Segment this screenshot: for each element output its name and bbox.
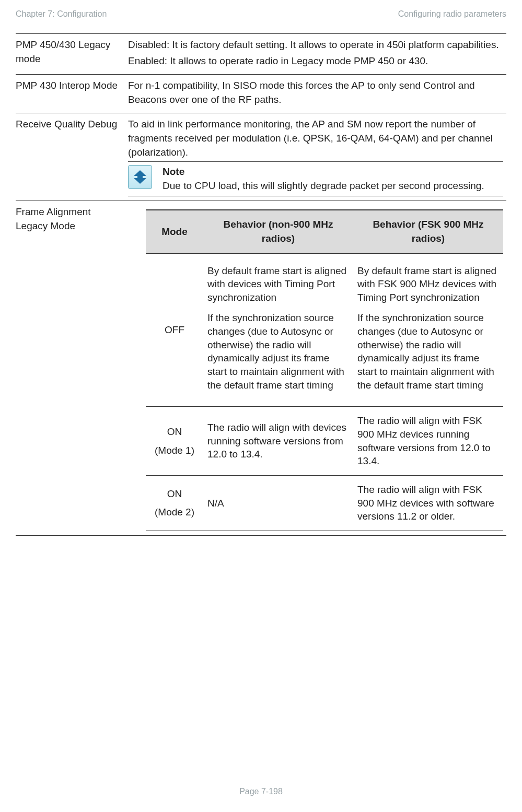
header-left: Chapter 7: Configuration bbox=[16, 9, 107, 19]
table-row: Receive Quality Debug To aid in link per… bbox=[16, 113, 506, 201]
col-header-non900: Behavior (non-900 MHz radios) bbox=[203, 210, 353, 253]
svg-marker-0 bbox=[134, 170, 146, 184]
paragraph: If the synchronization source changes (d… bbox=[207, 311, 349, 392]
behavior-cell: By default frame start is aligned with d… bbox=[203, 253, 353, 407]
behavior-cell: The radio will align with FSK 900 MHz de… bbox=[353, 407, 503, 476]
note-icon bbox=[128, 165, 152, 189]
paragraph: Enabled: It allows to operate radio in L… bbox=[128, 54, 503, 68]
table-row: PMP 430 Interop Mode For n-1 compatibili… bbox=[16, 75, 506, 113]
attr-name: Receive Quality Debug bbox=[16, 113, 128, 201]
attribute-table: PMP 450/430 Legacy mode Disabled: It is … bbox=[16, 33, 506, 535]
mode-label: ON bbox=[150, 425, 199, 439]
attr-desc: Disabled: It is factory default setting.… bbox=[128, 34, 506, 75]
mode-label: ON bbox=[150, 487, 199, 501]
col-header-fsk900: Behavior (FSK 900 MHz radios) bbox=[353, 210, 503, 253]
mode-behavior-table: Mode Behavior (non-900 MHz radios) Behav… bbox=[146, 209, 503, 531]
behavior-cell: The radio will align with FSK 900 MHz de… bbox=[353, 475, 503, 531]
table-row: Frame Alignment Legacy Mode Mode Behavio… bbox=[16, 201, 506, 535]
mode-cell: ON (Mode 1) bbox=[146, 407, 203, 476]
behavior-cell: N/A bbox=[203, 475, 353, 531]
table-row: PMP 450/430 Legacy mode Disabled: It is … bbox=[16, 34, 506, 75]
col-header-mode: Mode bbox=[146, 210, 203, 253]
mode-sublabel: (Mode 2) bbox=[150, 505, 199, 519]
mode-cell: ON (Mode 2) bbox=[146, 475, 203, 531]
table-row: ON (Mode 2) N/A The radio will align wit… bbox=[146, 475, 503, 531]
attr-desc: To aid in link performance monitoring, t… bbox=[128, 113, 506, 201]
page-footer: Page 7-198 bbox=[0, 787, 522, 796]
behavior-cell: The radio will align with devices runnin… bbox=[203, 407, 353, 476]
paragraph: Disabled: It is factory default setting.… bbox=[128, 38, 503, 52]
note-text: Due to CPU load, this will slightly degr… bbox=[163, 179, 503, 193]
page-header: Chapter 7: Configuration Configuring rad… bbox=[16, 9, 506, 19]
attr-name: Frame Alignment Legacy Mode bbox=[16, 201, 128, 535]
note-callout: Note Due to CPU load, this will slightly… bbox=[128, 161, 503, 196]
paragraph: By default frame start is aligned with d… bbox=[207, 264, 349, 304]
attr-desc: Mode Behavior (non-900 MHz radios) Behav… bbox=[128, 201, 506, 535]
note-body: Note Due to CPU load, this will slightly… bbox=[163, 165, 503, 193]
paragraph: To aid in link performance monitoring, t… bbox=[128, 117, 503, 159]
paragraph: If the synchronization source changes (d… bbox=[357, 311, 499, 392]
mode-cell: OFF bbox=[146, 253, 203, 407]
paragraph: For n-1 compatibility, In SISO mode this… bbox=[128, 79, 503, 107]
attr-name: PMP 450/430 Legacy mode bbox=[16, 34, 128, 75]
paragraph: By default frame start is aligned with F… bbox=[357, 264, 499, 304]
attr-name: PMP 430 Interop Mode bbox=[16, 75, 128, 113]
attr-desc: For n-1 compatibility, In SISO mode this… bbox=[128, 75, 506, 113]
header-right: Configuring radio parameters bbox=[398, 9, 506, 19]
table-row: OFF By default frame start is aligned wi… bbox=[146, 253, 503, 407]
note-title: Note bbox=[163, 165, 503, 179]
table-row: ON (Mode 1) The radio will align with de… bbox=[146, 407, 503, 476]
horizontal-rule bbox=[16, 535, 506, 536]
mode-sublabel: (Mode 1) bbox=[150, 444, 199, 457]
behavior-cell: By default frame start is aligned with F… bbox=[353, 253, 503, 407]
